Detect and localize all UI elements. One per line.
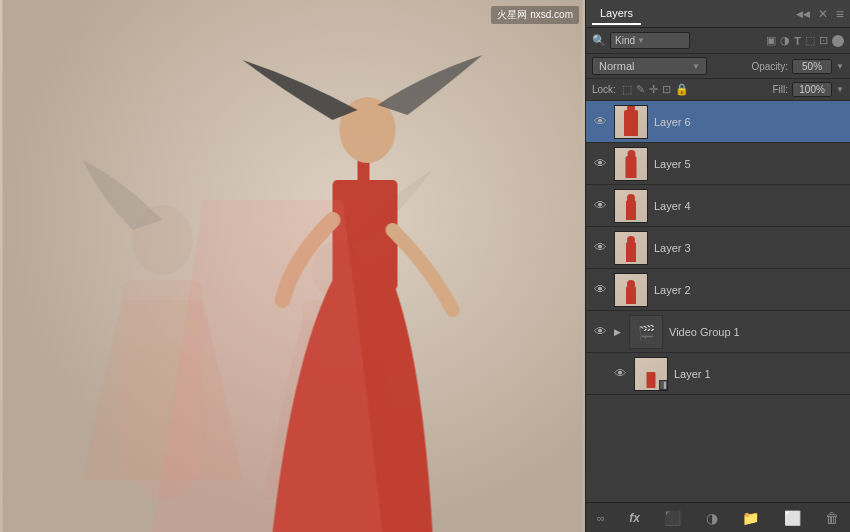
- layer-name-layer4: Layer 4: [654, 200, 844, 212]
- panel-header: Layers ◀◀ ✕ ≡: [586, 0, 850, 28]
- layers-list: 👁 Layer 6 👁 Layer 5 👁: [586, 101, 850, 502]
- thumb-layer6: [614, 105, 648, 139]
- opacity-chevron: ▼: [836, 62, 844, 71]
- filter-row: 🔍 Kind ▼ ▣ ◑ T ⬚ ⊡: [586, 28, 850, 54]
- lock-all-icon[interactable]: 🔒: [675, 83, 689, 96]
- adjustment-filter-icon[interactable]: ◑: [780, 34, 790, 47]
- video-group-icon: 🎬: [638, 324, 655, 340]
- delete-layer-icon[interactable]: 🗑: [822, 508, 842, 528]
- thumb-layer3: [614, 231, 648, 265]
- visibility-icon-layer5[interactable]: 👁: [592, 156, 608, 172]
- opacity-label: Opacity:: [751, 61, 788, 72]
- filter-icons: ▣ ◑ T ⬚ ⊡: [694, 34, 844, 47]
- blend-mode-dropdown[interactable]: Normal ▼: [592, 57, 707, 75]
- group-expand-arrow[interactable]: ▶: [614, 327, 621, 337]
- blend-dropdown-chevron: ▼: [692, 62, 700, 71]
- fill-chevron: ▼: [836, 85, 844, 94]
- new-layer-icon[interactable]: ⬜: [781, 508, 804, 528]
- panel-tabs: Layers: [592, 3, 641, 25]
- layers-panel: Layers ◀◀ ✕ ≡ 🔍 Kind ▼ ▣ ◑ T ⬚ ⊡ Normal …: [585, 0, 850, 532]
- layer-name-layer1: Layer 1: [674, 368, 844, 380]
- layer-name-layer2: Layer 2: [654, 284, 844, 296]
- fill-row: Fill: 100% ▼: [773, 82, 844, 97]
- thumb-layer5: [614, 147, 648, 181]
- link-layers-icon[interactable]: ∞: [594, 510, 608, 526]
- lock-artboard-icon[interactable]: ⊡: [662, 83, 671, 96]
- opacity-input[interactable]: 50%: [792, 59, 832, 74]
- layer-item-videogroup1[interactable]: 👁 ▶ 🎬 Video Group 1: [586, 311, 850, 353]
- collapse-panel-icon[interactable]: ◀◀: [796, 9, 810, 19]
- panel-menu-icon[interactable]: ≡: [836, 6, 844, 22]
- lock-position-icon[interactable]: ✛: [649, 83, 658, 96]
- layer-item-layer3[interactable]: 👁 Layer 3: [586, 227, 850, 269]
- canvas-area: 火星网 nxsd.com: [0, 0, 585, 532]
- panel-header-icons: ◀◀ ✕ ≡: [796, 6, 844, 22]
- fx-icon[interactable]: fx: [626, 509, 643, 527]
- lock-transparent-icon[interactable]: ⬚: [622, 83, 632, 96]
- thumb-layer2: [614, 273, 648, 307]
- layer-name-videogroup1: Video Group 1: [669, 326, 844, 338]
- add-mask-icon[interactable]: ⬛: [661, 508, 684, 528]
- add-adjustment-icon[interactable]: ◑: [703, 508, 721, 528]
- lock-row: Lock: ⬚ ✎ ✛ ⊡ 🔒 Fill: 100% ▼: [586, 79, 850, 101]
- visibility-icon-layer6[interactable]: 👁: [592, 114, 608, 130]
- pixel-filter-icon[interactable]: ▣: [766, 34, 776, 47]
- visibility-icon-layer2[interactable]: 👁: [592, 282, 608, 298]
- artboard-filter-icon[interactable]: ⊡: [819, 34, 828, 47]
- thumb-layer1: ▐: [634, 357, 668, 391]
- visibility-icon-layer3[interactable]: 👁: [592, 240, 608, 256]
- lock-label: Lock:: [592, 84, 616, 95]
- watermark: 火星网 nxsd.com: [491, 6, 579, 24]
- lock-brush-icon[interactable]: ✎: [636, 83, 645, 96]
- layer-name-layer6: Layer 6: [654, 116, 844, 128]
- new-group-icon[interactable]: 📁: [739, 508, 762, 528]
- tab-layers[interactable]: Layers: [592, 3, 641, 25]
- kind-dropdown-chevron: ▼: [637, 36, 645, 45]
- visibility-icon-videogroup1[interactable]: 👁: [592, 324, 608, 340]
- layer-item-layer5[interactable]: 👁 Layer 5: [586, 143, 850, 185]
- fill-label: Fill:: [773, 84, 789, 95]
- filter-toggle[interactable]: [832, 35, 844, 47]
- lock-icons: ⬚ ✎ ✛ ⊡ 🔒: [622, 83, 767, 96]
- visibility-icon-layer1[interactable]: 👁: [612, 366, 628, 382]
- bottom-toolbar: ∞ fx ⬛ ◑ 📁 ⬜ 🗑: [586, 502, 850, 532]
- blend-mode-row: Normal ▼ Opacity: 50% ▼: [586, 54, 850, 79]
- layer-name-layer3: Layer 3: [654, 242, 844, 254]
- fill-input[interactable]: 100%: [792, 82, 832, 97]
- group-thumb-videogroup1: 🎬: [629, 315, 663, 349]
- thumb-layer4: [614, 189, 648, 223]
- kind-filter-dropdown[interactable]: Kind ▼: [610, 32, 690, 49]
- layer-item-layer1[interactable]: 👁 ▐ Layer 1: [586, 353, 850, 395]
- search-icon: 🔍: [592, 34, 606, 47]
- layer-item-layer4[interactable]: 👁 Layer 4: [586, 185, 850, 227]
- layer-item-layer6[interactable]: 👁 Layer 6: [586, 101, 850, 143]
- layer-name-layer5: Layer 5: [654, 158, 844, 170]
- visibility-icon-layer4[interactable]: 👁: [592, 198, 608, 214]
- close-panel-icon[interactable]: ✕: [818, 7, 828, 21]
- layer-item-layer2[interactable]: 👁 Layer 2: [586, 269, 850, 311]
- type-filter-icon[interactable]: T: [794, 35, 801, 47]
- shape-filter-icon[interactable]: ⬚: [805, 34, 815, 47]
- opacity-row: Opacity: 50% ▼: [711, 59, 844, 74]
